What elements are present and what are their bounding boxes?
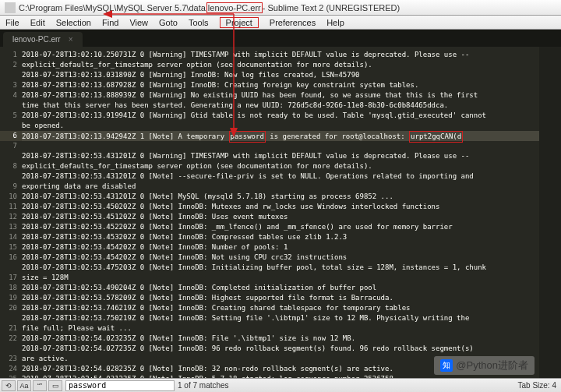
minimap[interactable] bbox=[539, 47, 561, 378]
title-suffix: - Sublime Text 2 (UNREGISTERED) bbox=[263, 3, 400, 12]
statusbar: ⟲ Aa “” ▭ 1 of 7 matches Tab Size: 4 bbox=[0, 378, 561, 392]
app-icon bbox=[5, 2, 16, 13]
tab-label: lenovo-PC.err bbox=[12, 35, 61, 44]
find-prev-icon[interactable]: ⟲ bbox=[2, 380, 16, 391]
title-path: C:\Program Files\MySQL\MySQL Server 5.7\… bbox=[19, 3, 206, 12]
title-file-highlight: lenovo-PC.err bbox=[206, 2, 263, 13]
menubar: File Edit Selection Find View Goto Tools… bbox=[0, 16, 561, 30]
menu-file[interactable]: File bbox=[0, 18, 25, 27]
tab-bar: lenovo-PC.err × bbox=[0, 30, 561, 47]
menu-project[interactable]: Project bbox=[214, 17, 264, 28]
menu-goto[interactable]: Goto bbox=[153, 18, 183, 27]
code-content[interactable]: 2018-07-28T13:02:10.250731Z 0 [Warning] … bbox=[22, 47, 539, 378]
word-icon[interactable]: “” bbox=[33, 380, 47, 391]
search-input[interactable] bbox=[65, 380, 175, 391]
menu-edit[interactable]: Edit bbox=[25, 18, 51, 27]
case-icon[interactable]: Aa bbox=[17, 380, 31, 391]
menu-view[interactable]: View bbox=[124, 18, 153, 27]
menu-find[interactable]: Find bbox=[97, 18, 124, 27]
line-gutter: 1234567891011121314151617181920212223242… bbox=[0, 47, 22, 378]
editor-area[interactable]: 1234567891011121314151617181920212223242… bbox=[0, 47, 561, 378]
match-count: 1 of 7 matches bbox=[178, 381, 229, 390]
menu-selection[interactable]: Selection bbox=[51, 18, 97, 27]
tab-active[interactable]: lenovo-PC.err × bbox=[3, 32, 83, 47]
regex-icon[interactable]: ▭ bbox=[48, 380, 62, 391]
close-icon[interactable]: × bbox=[69, 35, 73, 44]
tab-size[interactable]: Tab Size: 4 bbox=[518, 381, 556, 390]
menu-help[interactable]: Help bbox=[321, 18, 350, 27]
menu-preferences[interactable]: Preferences bbox=[264, 18, 321, 27]
window-titlebar: C:\Program Files\MySQL\MySQL Server 5.7\… bbox=[0, 0, 561, 16]
menu-tools[interactable]: Tools bbox=[183, 18, 214, 27]
